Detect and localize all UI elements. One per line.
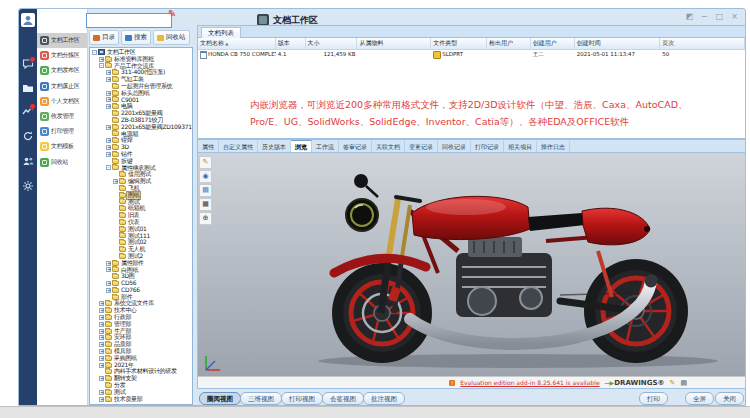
tab-操作日志[interactable]: 操作日志	[537, 141, 570, 152]
expander-icon[interactable]: +	[106, 77, 111, 82]
sidebar-item-9[interactable]: 回收站	[37, 155, 87, 170]
expander-icon[interactable]: +	[106, 91, 111, 96]
expander-icon[interactable]: +	[99, 329, 104, 334]
expander-icon[interactable]: -	[99, 63, 104, 68]
view-button-5[interactable]: 批注视图	[363, 392, 405, 405]
column-header-5[interactable]: 文件类型	[431, 38, 487, 49]
expander-icon[interactable]: +	[99, 315, 104, 320]
skin-button[interactable]: ◩	[683, 11, 696, 23]
tree-node[interactable]: +属性部件	[90, 260, 192, 267]
expander-icon[interactable]: +	[106, 125, 111, 130]
tab-历史版本[interactable]: 历史版本	[258, 141, 291, 152]
tree-node[interactable]: +3D	[90, 144, 192, 151]
sidebar-item-6[interactable]: 收发管理	[37, 109, 87, 124]
tree-node[interactable]: 旧表	[90, 212, 192, 219]
tree-node[interactable]: +2201x65能量阀ZD1093719	[90, 124, 192, 131]
sidebar-item-3[interactable]: 文档发布区	[37, 63, 87, 78]
minimize-button[interactable]: ─	[698, 11, 711, 23]
expander-icon[interactable]: +	[106, 288, 111, 293]
camera-icon[interactable]: ◉	[199, 170, 212, 183]
tab-自定义属性[interactable]: 自定义属性	[219, 141, 258, 152]
search-input[interactable]	[86, 13, 172, 28]
tree-node[interactable]: +CD766	[90, 287, 192, 294]
tree-node[interactable]: +CD56	[90, 280, 192, 287]
sidebar-item-8[interactable]: 文档模板	[37, 139, 87, 154]
column-header-9[interactable]: 页次	[660, 38, 745, 49]
sidebar-item-1[interactable]: 文档工作区	[37, 33, 87, 48]
view-button-2[interactable]: 三维视图	[240, 392, 282, 405]
column-header-6[interactable]: 检出用户	[487, 38, 531, 49]
column-header-1[interactable]: 文档名称 ▲	[198, 38, 276, 49]
expander-icon[interactable]: +	[99, 301, 104, 306]
update-notice[interactable]: Evaluation edition add-in 8.25.641 is av…	[460, 379, 599, 386]
tree-node[interactable]: +标头总图纸	[90, 90, 192, 97]
avatar-icon[interactable]	[21, 13, 35, 27]
chat-icon[interactable]	[22, 58, 34, 70]
expander-icon[interactable]: +	[106, 267, 111, 272]
expander-icon[interactable]: +	[106, 70, 111, 75]
layers-icon[interactable]: ▤	[199, 184, 212, 197]
maximize-button[interactable]: □	[713, 11, 726, 23]
model-viewer[interactable]: ✎◉▤▦⊕	[197, 152, 746, 389]
tree-node[interactable]: 图纸	[90, 192, 192, 199]
tree-node[interactable]: 纸箱机	[90, 205, 192, 212]
tab-变更记录[interactable]: 变更记录	[405, 141, 438, 152]
tree-node[interactable]: +白图纸	[90, 267, 192, 274]
tree-node[interactable]: +钳焊	[90, 137, 192, 144]
expander-icon[interactable]: +	[106, 145, 111, 150]
expander-icon[interactable]: +	[113, 179, 118, 184]
column-header-4[interactable]: 从属物料	[357, 38, 431, 49]
expander-icon[interactable]: +	[99, 390, 104, 395]
tree-node[interactable]: +钻件	[90, 151, 192, 158]
printer-icon[interactable]: ▦	[199, 198, 212, 211]
expander-icon[interactable]: +	[106, 261, 111, 266]
expander-icon[interactable]: +	[99, 342, 104, 347]
expander-icon[interactable]: +	[99, 308, 104, 313]
sidebar-item-4[interactable]: 文档废止区	[37, 79, 87, 94]
tree-node[interactable]: +编辑测试	[90, 178, 192, 185]
expander-icon[interactable]: +	[99, 57, 104, 62]
annotate-pencil-icon[interactable]: ✎	[670, 378, 676, 388]
tab-工作流[interactable]: 工作流	[312, 141, 339, 152]
action-button-打印[interactable]: 打印	[639, 392, 668, 405]
expander-icon[interactable]: -	[92, 50, 97, 55]
contacts-icon[interactable]	[22, 155, 34, 167]
table-row[interactable]: HONDA CB 750 COMPLET.SLDPRT4.1121,459 KB…	[198, 50, 745, 59]
sidebar-item-5[interactable]: 个人文档区	[37, 94, 87, 109]
expander-icon[interactable]: +	[106, 281, 111, 286]
sidebar-item-2[interactable]: 文档分拣区	[37, 48, 87, 63]
tree-node[interactable]: 电源箱	[90, 131, 192, 138]
expander-icon[interactable]: +	[106, 152, 111, 157]
expander-icon[interactable]: +	[106, 104, 111, 109]
tree-node[interactable]: +C9001	[90, 97, 192, 104]
expander-icon[interactable]: -	[106, 165, 111, 170]
tree-node[interactable]: 飞机	[90, 185, 192, 192]
close-button[interactable]: ×	[728, 11, 741, 23]
tab-关联文档[interactable]: 关联文档	[372, 141, 405, 152]
print-icon[interactable]: ▤	[680, 378, 687, 388]
tab-回收记录[interactable]: 回收记录	[438, 141, 471, 152]
tree-toolbar-1-button[interactable]: 目录	[89, 30, 119, 45]
expander-icon[interactable]: +	[99, 397, 104, 402]
view-button-1[interactable]: 圈阅视图	[199, 392, 241, 405]
column-header-7[interactable]: 创建用户	[531, 38, 575, 49]
action-button-全屏[interactable]: 全屏	[685, 392, 714, 405]
expander-icon[interactable]: +	[106, 138, 111, 143]
sidebar-item-7[interactable]: 打印管理	[37, 124, 87, 139]
expander-icon[interactable]: +	[106, 97, 111, 102]
activity-icon[interactable]	[22, 105, 34, 117]
edit-pencil-icon[interactable]: ✎	[168, 8, 176, 19]
tab-浏览[interactable]: 浏览	[291, 140, 312, 152]
zoom-icon[interactable]: ⊕	[199, 212, 212, 225]
tree-node[interactable]: +技术质量部	[90, 396, 192, 403]
tab-打印记录[interactable]: 打印记录	[471, 141, 504, 152]
column-header-2[interactable]: 版本	[276, 38, 306, 49]
column-header-3[interactable]: 大小	[306, 38, 358, 49]
tree-node[interactable]: 3D图	[90, 273, 192, 280]
expander-icon[interactable]: +	[99, 349, 104, 354]
view-button-3[interactable]: 打印视图	[281, 392, 323, 405]
expander-icon[interactable]: +	[99, 376, 104, 381]
folder-icon[interactable]	[22, 82, 34, 94]
column-header-8[interactable]: 创建时间	[575, 38, 661, 49]
expander-icon[interactable]: +	[99, 335, 104, 340]
